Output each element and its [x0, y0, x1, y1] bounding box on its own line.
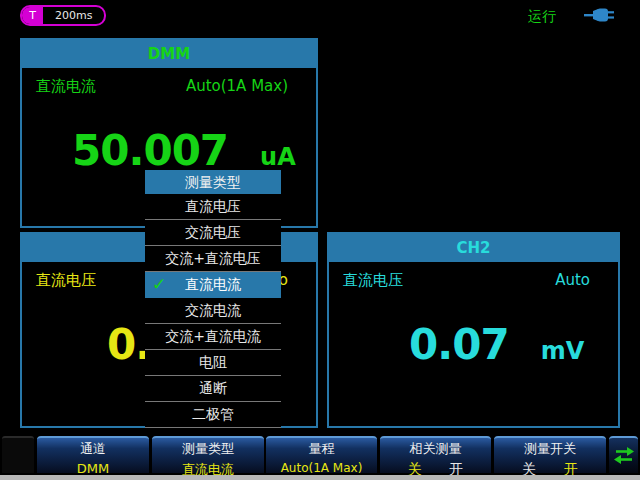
measure-type-menu-title: 测量类型 [145, 170, 281, 194]
power-plug-icon [584, 6, 614, 24]
menu-item-diode[interactable]: 二极管 [145, 402, 281, 428]
run-status: 运行 [528, 8, 556, 26]
check-icon: ✓ [152, 272, 166, 297]
ch1-reading-value: 0. [107, 320, 150, 369]
softkey-range[interactable]: 量程 Auto(1A Max) [266, 436, 377, 473]
softkey-measure-type[interactable]: 测量类型 直流电流 [152, 436, 264, 473]
swap-arrows-icon [614, 447, 634, 464]
softkey-label: 测量类型 [152, 440, 264, 458]
softkey-channel[interactable]: 通道 DMM [37, 436, 149, 473]
menu-item-ac-voltage[interactable]: 交流电压 [145, 220, 281, 246]
menu-item-label: 直流电流 [185, 276, 241, 292]
ch2-measure-type: 直流电压 [343, 271, 403, 290]
ch2-reading-value: 0.07 [409, 320, 509, 369]
softkey-label: 通道 [37, 440, 149, 458]
softkey-related-measure[interactable]: 相关测量 关 开 [380, 436, 491, 473]
menu-item-resistance[interactable]: 电阻 [145, 350, 281, 376]
timebase-badge[interactable]: T 200ms [20, 5, 106, 26]
timebase-value: 200ms [43, 7, 104, 24]
oscilloscope-dmm-screen: T 200ms 运行 DMM 直流电流 Auto(1A Max) 50.007 … [0, 0, 640, 480]
ch2-panel-title: CH2 [329, 234, 618, 262]
ch2-reading-unit: mV [541, 337, 585, 365]
trigger-label: T [22, 7, 43, 24]
bezel-strip [0, 475, 640, 480]
softkey-menu-page[interactable] [609, 436, 638, 473]
menu-item-dc-current[interactable]: ✓ 直流电流 [145, 272, 281, 298]
dmm-range: Auto(1A Max) [186, 77, 288, 96]
softkey-measure-switch[interactable]: 测量开关 关 开 [494, 436, 606, 473]
menu-item-dc-voltage[interactable]: 直流电压 [145, 194, 281, 220]
menu-item-ac-dc-voltage[interactable]: 交流+直流电压 [145, 246, 281, 272]
ch1-measure-type: 直流电压 [36, 271, 96, 290]
softkey-bar: 通道 DMM 测量类型 直流电流 量程 Auto(1A Max) 相关测量 关 … [0, 434, 640, 475]
ch2-panel: CH2 直流电压 Auto 0.07 mV [327, 232, 620, 428]
menu-item-ac-current[interactable]: 交流电流 [145, 298, 281, 324]
softkey-blank[interactable] [2, 436, 34, 473]
softkey-value: Auto(1A Max) [266, 461, 377, 475]
dmm-reading-unit: uA [260, 143, 296, 171]
dmm-measure-type: 直流电流 [36, 77, 96, 96]
menu-item-ac-dc-current[interactable]: 交流+直流电流 [145, 324, 281, 350]
softkey-label: 测量开关 [494, 440, 606, 458]
measure-type-menu: 测量类型 直流电压 交流电压 交流+直流电压 ✓ 直流电流 交流电流 交流+直流… [145, 170, 281, 432]
dmm-panel-title: DMM [22, 40, 316, 68]
softkey-value: DMM [37, 461, 149, 476]
ch2-range: Auto [555, 271, 590, 290]
menu-item-continuity[interactable]: 通断 [145, 376, 281, 402]
softkey-label: 量程 [266, 440, 377, 458]
softkey-label: 相关测量 [380, 440, 491, 458]
dmm-reading-value: 50.007 [72, 126, 228, 175]
